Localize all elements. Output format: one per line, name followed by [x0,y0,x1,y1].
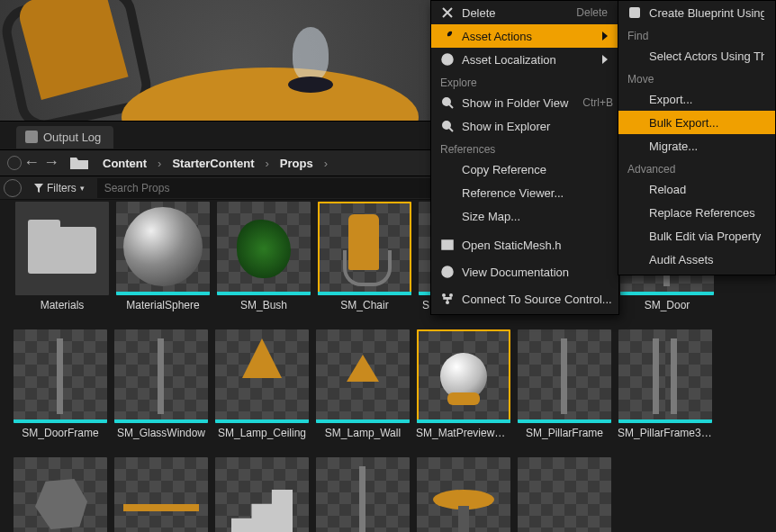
asset-sm-glasswindow[interactable]: SM_GlassWindow [113,329,209,452]
funnel-icon [34,184,43,193]
asset-sm-shelf[interactable]: SM_Shelf [113,457,209,532]
nav-forward-button[interactable]: → [41,153,61,173]
asset-partial-3[interactable] [416,457,511,532]
menu-bulk-export[interactable]: Bulk Export... [618,111,775,134]
menu-delete[interactable]: Delete Delete [431,1,618,24]
nav-back-button[interactable]: ← [22,153,41,173]
content-add-button[interactable] [7,156,22,170]
asset-folder-materials[interactable]: Materials [14,202,110,324]
tab-output-log[interactable]: Output Log [16,126,113,149]
menu-replace-references[interactable]: Replace References [618,201,775,224]
asset-sm-lamp-ceiling[interactable]: SM_Lamp_Ceiling [214,329,310,452]
menu-asset-actions[interactable]: Asset Actions [431,24,618,48]
blank-icon [627,182,642,196]
menu-select-actors[interactable]: Select Actors Using This Asset [618,44,775,68]
search-icon [440,119,455,133]
asset-sm-pillarframe[interactable]: SM_PillarFrame [517,329,612,452]
blank-icon [627,139,642,153]
tab-label: Output Log [43,131,101,144]
menu-reload[interactable]: Reload [618,177,775,201]
asset-partial-2[interactable] [315,457,411,532]
asset-sm-pillarframe300[interactable]: SM_PillarFrame300 [618,329,713,452]
blank-icon [440,185,455,200]
filters-label: Filters [47,182,77,194]
asset-label: SM_Bush [216,295,311,324]
view-options-button[interactable] [4,179,22,197]
asset-label: SM_Lamp_Ceiling [214,423,310,452]
menu-label: Asset Actions [462,30,532,43]
menu-label: Open StaticMesh.h [462,239,562,252]
menu-copy-reference[interactable]: Copy Reference [431,158,618,181]
menu-export[interactable]: Export... [618,87,775,111]
menu-connect-source-control[interactable]: Connect To Source Control... [431,287,618,311]
menu-view-documentation[interactable]: View Documentation [431,260,618,284]
menu-label: Create Blueprint Using This [649,6,764,20]
globe-icon [440,52,455,67]
menu-label: Reload [649,183,686,196]
menu-bulk-edit[interactable]: Bulk Edit via Property Matrix... [618,224,775,248]
svg-point-8 [449,293,453,297]
asset-sm-rock[interactable]: SM_Rock [13,457,108,532]
asset-label: SM_PillarFrame [517,423,612,452]
asset-label: SM_DoorFrame [13,423,108,452]
blank-icon [627,229,642,243]
menu-audit-assets[interactable]: Audit Assets [618,248,775,271]
asset-sm-bush[interactable]: SM_Bush [216,202,311,324]
menu-label: Show in Folder View [462,96,568,110]
breadcrumb-root[interactable]: Content [97,157,152,170]
filters-dropdown[interactable]: Filters ▾ [27,180,92,196]
blank-icon [627,115,642,130]
viewport-prop-lamp [279,27,342,108]
asset-context-menu: Delete Delete Asset Actions Asset Locali… [430,0,619,315]
menu-asset-localization[interactable]: Asset Localization [431,48,618,71]
svg-point-7 [442,293,446,297]
chevron-right-icon: › [152,157,167,170]
asset-sm-doorframe[interactable]: SM_DoorFrame [13,329,108,452]
svg-marker-0 [34,184,43,193]
menu-size-map[interactable]: Size Map... [431,204,618,228]
menu-show-in-folder-view[interactable]: Show in Folder View Ctrl+B [431,91,618,114]
asset-label: SM_MatPreviewMesh_02 [416,423,511,452]
menu-migrate[interactable]: Migrate... [618,134,775,158]
delete-icon [440,5,455,20]
breadcrumb-folder-2[interactable]: Props [275,157,319,170]
chevron-right-icon: › [319,157,333,170]
chevron-right-icon: › [259,157,274,170]
folder-icon [68,155,90,171]
menu-open-header[interactable]: Open StaticMesh.h [431,233,618,257]
svg-point-6 [447,275,448,276]
svg-point-2 [443,98,450,105]
submenu-arrow-icon [602,55,608,64]
blank-icon [627,252,642,266]
menu-show-in-explorer[interactable]: Show in Explorer [431,114,618,138]
asset-material-sphere[interactable]: MaterialSphere [115,202,211,324]
menu-reference-viewer[interactable]: Reference Viewer... [431,181,618,204]
log-icon [25,131,38,143]
menu-section-advanced: Advanced [618,158,775,177]
svg-rect-10 [629,7,640,18]
menu-label: Delete [462,6,496,20]
asset-sm-matpreviewmesh[interactable]: SM_MatPreviewMesh_02 [416,329,511,452]
asset-label: SM_Chair [317,295,412,324]
blank-icon [440,162,455,176]
submenu-arrow-icon [602,32,608,41]
asset-label: SM_GlassWindow [113,423,209,452]
asset-sm-chair[interactable]: SM_Chair [317,202,412,324]
blank-icon [627,205,642,220]
menu-label: Reference Viewer... [462,186,564,200]
asset-sm-lamp-wall[interactable]: SM_Lamp_Wall [315,329,411,452]
blank-icon [440,209,455,223]
asset-label: SM_Lamp_Wall [315,423,411,452]
asset-label: SM_Door [619,295,715,324]
asset-partial-1[interactable] [214,457,310,532]
breadcrumb-folder-1[interactable]: StarterContent [167,157,259,170]
asset-actions-submenu: Create Blueprint Using This Find Select … [618,0,776,275]
blank-icon [627,49,642,63]
menu-section-move: Move [618,68,775,87]
source-control-icon [440,292,455,306]
menu-section-find: Find [618,24,775,44]
menu-create-blueprint[interactable]: Create Blueprint Using This [618,1,775,24]
menu-section-references: References [431,138,618,158]
menu-label: Replace References [649,206,755,220]
asset-partial-4[interactable] [517,457,612,532]
